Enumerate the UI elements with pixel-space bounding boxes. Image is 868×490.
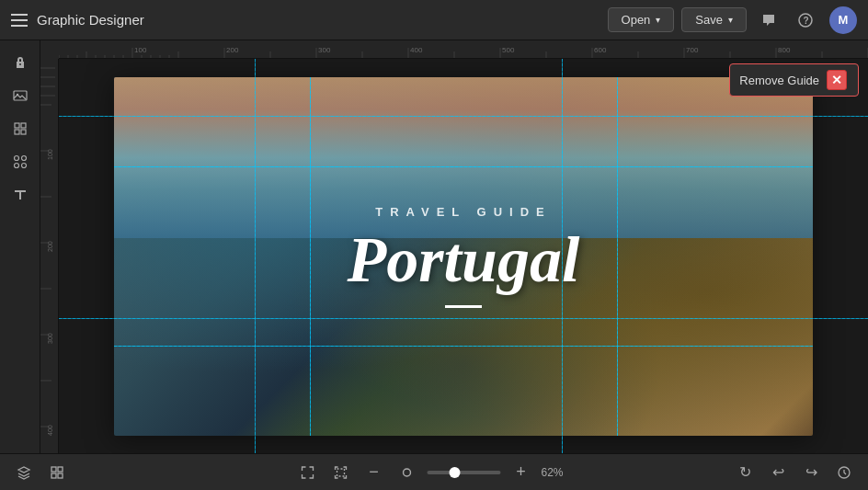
svg-text:500: 500 (502, 46, 515, 54)
save-button[interactable]: Save ▾ (681, 7, 747, 32)
group-tool-button[interactable] (6, 147, 35, 177)
svg-point-76 (404, 469, 411, 476)
svg-rect-73 (51, 473, 56, 478)
remove-guide-tooltip: Remove Guide ✕ (729, 63, 859, 97)
topbar-right: ? M (756, 6, 857, 34)
zoom-level-label: 62% (542, 466, 574, 479)
zoom-out-button[interactable]: − (361, 460, 387, 485)
image-tool-button[interactable] (6, 81, 35, 110)
svg-text:300: 300 (318, 46, 331, 54)
open-chevron-icon: ▾ (656, 15, 660, 25)
svg-rect-4 (15, 123, 19, 128)
topbar-center: Open ▾ Save ▾ (608, 7, 747, 32)
tooltip-box: Remove Guide ✕ (729, 63, 859, 97)
hamburger-menu-button[interactable] (11, 14, 28, 27)
ruler-top: 100 200 300 400 500 600 700 800 (40, 40, 868, 59)
svg-text:400: 400 (47, 425, 53, 436)
tooltip-close-button[interactable]: ✕ (827, 70, 847, 90)
app-title: Graphic Designer (37, 12, 144, 28)
svg-rect-75 (337, 469, 345, 476)
svg-text:200: 200 (47, 241, 53, 252)
design-canvas[interactable]: TRAVEL GUIDE Portugal (114, 77, 813, 436)
zoom-reset-button[interactable] (394, 460, 420, 485)
save-chevron-icon: ▾ (728, 15, 733, 25)
svg-text:200: 200 (226, 46, 239, 54)
portugal-title-text: Portugal (348, 228, 580, 292)
svg-rect-6 (15, 130, 19, 134)
redo-button[interactable]: ↪ (798, 460, 824, 485)
canvas-area: 100 200 300 400 500 600 700 800 (40, 40, 868, 453)
zoom-in-button[interactable]: + (508, 460, 534, 485)
user-avatar[interactable]: M (829, 6, 857, 34)
fit-page-button[interactable] (328, 460, 354, 485)
svg-rect-7 (21, 130, 26, 134)
underline-decoration (445, 305, 482, 308)
layers-button[interactable] (11, 460, 37, 485)
svg-text:300: 300 (47, 333, 53, 344)
main-area: 100 200 300 400 500 600 700 800 (0, 40, 868, 453)
help-icon[interactable]: ? (793, 7, 818, 33)
grid-view-button[interactable] (44, 460, 70, 485)
topbar: Graphic Designer Open ▾ Save ▾ ? M (0, 0, 868, 40)
ruler-corner (40, 40, 59, 59)
guide-vertical-2 (562, 59, 563, 453)
left-toolbar (0, 40, 40, 453)
guide-vertical-1 (255, 59, 256, 453)
svg-rect-53 (40, 59, 59, 453)
svg-rect-72 (58, 467, 63, 472)
lock-tool-button[interactable] (6, 48, 35, 77)
svg-text:600: 600 (594, 46, 607, 54)
history-button[interactable] (831, 460, 857, 485)
bottom-right: ↻ ↩ ↪ (732, 460, 857, 485)
text-tool-button[interactable] (6, 180, 35, 210)
fit-canvas-button[interactable] (295, 460, 321, 485)
svg-text:100: 100 (134, 46, 147, 54)
open-button[interactable]: Open ▾ (608, 7, 675, 32)
topbar-left: Graphic Designer (11, 12, 599, 28)
guide-horizontal-1 (59, 116, 868, 117)
bottom-left (11, 460, 70, 485)
svg-rect-74 (58, 473, 63, 478)
guide-horizontal-2 (59, 318, 868, 319)
svg-point-9 (21, 156, 26, 161)
bottom-bar: − + 62% ↻ ↩ ↪ (0, 453, 868, 490)
refresh-button[interactable]: ↻ (732, 460, 758, 485)
svg-text:100: 100 (47, 149, 53, 160)
shapes-tool-button[interactable] (6, 114, 35, 143)
ruler-left: 100 200 300 400 (40, 59, 59, 453)
chat-icon[interactable] (756, 7, 782, 33)
svg-rect-5 (21, 123, 26, 128)
remove-guide-label: Remove Guide (739, 74, 819, 87)
svg-text:700: 700 (686, 46, 699, 54)
zoom-slider-thumb (450, 467, 461, 478)
zoom-slider[interactable] (428, 471, 501, 474)
svg-rect-52 (40, 40, 59, 59)
svg-text:800: 800 (778, 46, 791, 54)
svg-rect-71 (51, 467, 56, 472)
svg-point-8 (14, 156, 18, 161)
svg-text:400: 400 (410, 46, 423, 54)
svg-text:?: ? (804, 16, 809, 26)
svg-point-10 (14, 164, 18, 168)
travel-guide-text: TRAVEL GUIDE (375, 205, 552, 219)
bottom-center: − + 62% (295, 460, 574, 485)
canvas-text-overlay: TRAVEL GUIDE Portugal (114, 77, 813, 436)
undo-button[interactable]: ↩ (765, 460, 791, 485)
svg-point-11 (21, 164, 26, 168)
canvas-inner: TRAVEL GUIDE Portugal (59, 59, 868, 453)
